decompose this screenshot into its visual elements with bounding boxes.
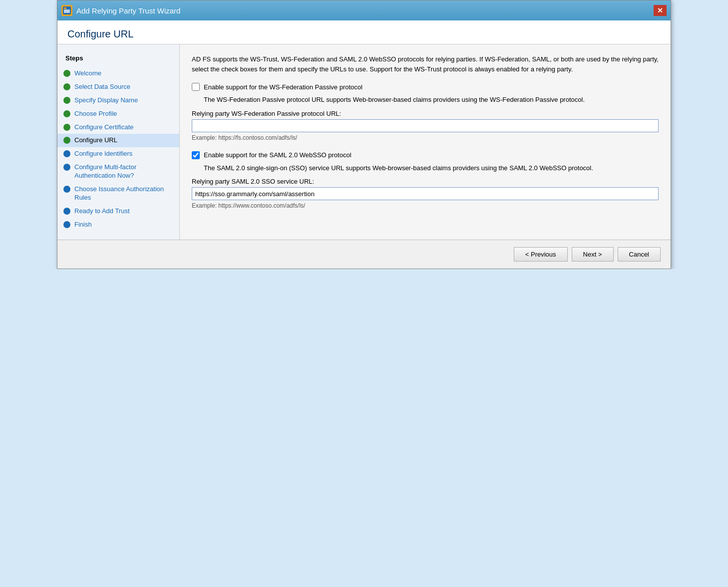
step-dot-configure-url bbox=[63, 137, 70, 144]
step-dot-choose-profile bbox=[63, 110, 70, 117]
page-title: Configure URL bbox=[57, 20, 671, 44]
wsfed-field-label: Relying party WS-Federation Passive prot… bbox=[192, 110, 659, 117]
sidebar-item-choose-issuance[interactable]: Choose Issuance Authorization Rules bbox=[57, 183, 179, 205]
step-dot-finish bbox=[63, 221, 70, 228]
saml-example: Example: https://www.contoso.com/adfs/ls… bbox=[192, 202, 659, 209]
sidebar-item-finish[interactable]: Finish bbox=[57, 218, 179, 232]
main-area: Steps Welcome Select Data Source Specify… bbox=[57, 44, 671, 240]
content-area: Steps Welcome Select Data Source Specify… bbox=[57, 44, 671, 269]
step-dot-ready-to-add bbox=[63, 208, 70, 215]
sidebar-item-welcome[interactable]: Welcome bbox=[57, 67, 179, 80]
sidebar-label-welcome: Welcome bbox=[74, 69, 101, 78]
sidebar-label-finish: Finish bbox=[74, 221, 92, 229]
svg-rect-2 bbox=[64, 7, 66, 9]
step-dot-configure-multifactor bbox=[63, 164, 70, 171]
saml-url-input[interactable] bbox=[192, 187, 659, 200]
sidebar-label-specify-display-name: Specify Display Name bbox=[74, 96, 138, 105]
wsfed-section: Enable support for the WS-Federation Pas… bbox=[192, 83, 659, 141]
wsfed-checkbox-label[interactable]: Enable support for the WS-Federation Pas… bbox=[204, 83, 363, 91]
sidebar-label-configure-url: Configure URL bbox=[74, 136, 117, 145]
saml-checkbox[interactable] bbox=[192, 151, 200, 159]
window-title: Add Relying Party Trust Wizard bbox=[76, 6, 180, 15]
saml-section: Enable support for the SAML 2.0 WebSSO p… bbox=[192, 151, 659, 210]
titlebar-left: Add Relying Party Trust Wizard bbox=[61, 5, 180, 16]
step-dot-welcome bbox=[63, 70, 70, 77]
sidebar-item-ready-to-add[interactable]: Ready to Add Trust bbox=[57, 205, 179, 218]
svg-rect-1 bbox=[64, 9, 70, 13]
saml-checkbox-row: Enable support for the SAML 2.0 WebSSO p… bbox=[192, 151, 659, 159]
sidebar-item-select-data-source[interactable]: Select Data Source bbox=[57, 80, 179, 94]
step-dot-configure-certificate bbox=[63, 124, 70, 131]
step-dot-specify-display-name bbox=[63, 97, 70, 104]
saml-desc: The SAML 2.0 single-sign-on (SSO) servic… bbox=[204, 163, 659, 173]
sidebar-item-configure-url[interactable]: Configure URL bbox=[57, 134, 179, 147]
next-button[interactable]: Next > bbox=[572, 247, 614, 262]
footer: < Previous Next > Cancel bbox=[57, 240, 671, 269]
sidebar-item-choose-profile[interactable]: Choose Profile bbox=[57, 107, 179, 121]
saml-field-label: Relying party SAML 2.0 SSO service URL: bbox=[192, 178, 659, 185]
sidebar-item-configure-identifiers[interactable]: Configure Identifiers bbox=[57, 147, 179, 161]
wsfed-url-input[interactable] bbox=[192, 119, 659, 132]
sidebar-label-choose-profile: Choose Profile bbox=[74, 110, 117, 118]
sidebar: Steps Welcome Select Data Source Specify… bbox=[57, 44, 180, 240]
sidebar-label-select-data-source: Select Data Source bbox=[74, 83, 130, 91]
sidebar-item-configure-multifactor[interactable]: Configure Multi-factor Authentication No… bbox=[57, 161, 179, 183]
sidebar-item-specify-display-name[interactable]: Specify Display Name bbox=[57, 94, 179, 107]
close-button[interactable]: ✕ bbox=[654, 5, 667, 16]
sidebar-label-configure-certificate: Configure Certificate bbox=[74, 123, 134, 132]
wsfed-checkbox-row: Enable support for the WS-Federation Pas… bbox=[192, 83, 659, 91]
sidebar-heading: Steps bbox=[57, 52, 179, 67]
app-icon bbox=[61, 5, 72, 16]
wsfed-example: Example: https://fs.contoso.com/adfs/ls/ bbox=[192, 134, 659, 141]
step-dot-select-data-source bbox=[63, 83, 70, 90]
wizard-window: Add Relying Party Trust Wizard ✕ Configu… bbox=[57, 0, 671, 269]
sidebar-label-configure-identifiers: Configure Identifiers bbox=[74, 150, 132, 158]
sidebar-item-configure-certificate[interactable]: Configure Certificate bbox=[57, 121, 179, 134]
main-description: AD FS supports the WS-Trust, WS-Federati… bbox=[192, 54, 659, 74]
sidebar-label-ready-to-add: Ready to Add Trust bbox=[74, 207, 130, 216]
sidebar-label-configure-multifactor: Configure Multi-factor Authentication No… bbox=[74, 163, 171, 180]
wsfed-desc: The WS-Federation Passive protocol URL s… bbox=[204, 95, 659, 105]
sidebar-label-choose-issuance: Choose Issuance Authorization Rules bbox=[74, 185, 171, 202]
previous-button[interactable]: < Previous bbox=[514, 247, 568, 262]
step-dot-choose-issuance bbox=[63, 186, 70, 193]
right-panel: AD FS supports the WS-Trust, WS-Federati… bbox=[180, 44, 671, 240]
wsfed-checkbox[interactable] bbox=[192, 83, 200, 91]
step-dot-configure-identifiers bbox=[63, 150, 70, 157]
titlebar: Add Relying Party Trust Wizard ✕ bbox=[57, 0, 671, 20]
cancel-button[interactable]: Cancel bbox=[618, 247, 661, 262]
saml-checkbox-label[interactable]: Enable support for the SAML 2.0 WebSSO p… bbox=[204, 151, 352, 159]
